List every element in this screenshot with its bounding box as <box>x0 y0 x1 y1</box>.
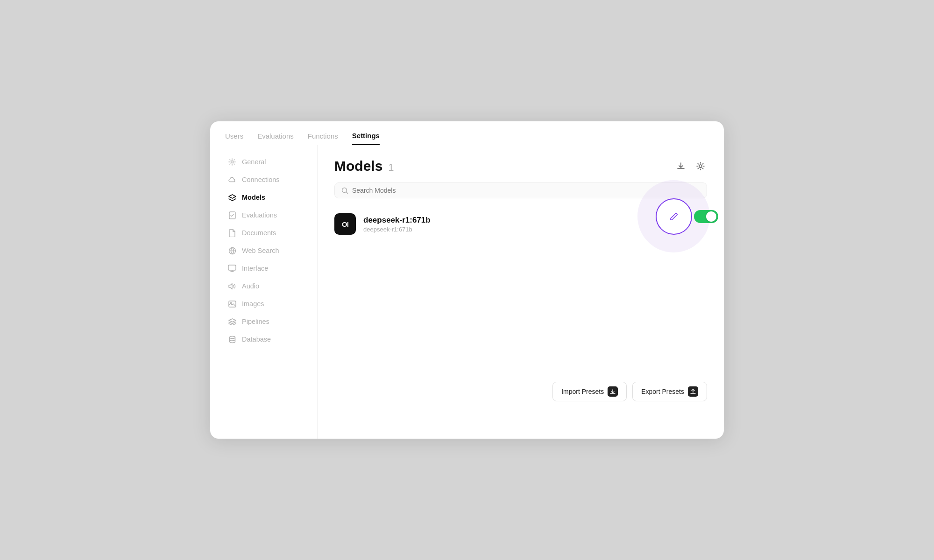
model-logo: OI <box>334 213 356 235</box>
file-icon <box>228 229 236 237</box>
layers-icon <box>228 193 236 202</box>
sidebar-item-images[interactable]: Images <box>221 295 311 312</box>
sidebar: General Connections Mod <box>210 145 318 439</box>
model-actions-area <box>637 180 710 252</box>
download-button[interactable] <box>674 160 687 173</box>
sidebar-item-connections[interactable]: Connections <box>221 171 311 188</box>
content-area: Models 1 <box>318 145 724 439</box>
tab-functions[interactable]: Functions <box>308 132 338 145</box>
sidebar-item-general[interactable]: General <box>221 154 311 170</box>
monitor-icon <box>228 264 236 273</box>
sidebar-item-label-database: Database <box>242 336 271 343</box>
main-layout: General Connections Mod <box>210 145 724 439</box>
tab-evaluations[interactable]: Evaluations <box>257 132 294 145</box>
speaker-icon <box>228 282 236 290</box>
import-icon <box>608 386 618 397</box>
toggle-thumb <box>706 211 716 222</box>
sidebar-item-label-pipelines: Pipelines <box>242 318 269 325</box>
sidebar-item-database[interactable]: Database <box>221 331 311 348</box>
export-icon <box>688 386 698 397</box>
export-presets-button[interactable]: Export Presets <box>632 382 707 401</box>
sidebar-item-models[interactable]: Models <box>221 189 311 206</box>
toggle-track <box>694 210 718 223</box>
top-nav: Users Evaluations Functions Settings <box>210 121 724 145</box>
import-presets-button[interactable]: Import Presets <box>552 382 627 401</box>
gear-icon <box>228 158 236 166</box>
svg-point-0 <box>231 161 234 163</box>
sidebar-item-evaluations[interactable]: Evaluations <box>221 207 311 224</box>
sidebar-item-documents[interactable]: Documents <box>221 224 311 241</box>
settings-button[interactable] <box>694 160 707 173</box>
sidebar-item-label-connections: Connections <box>242 176 280 183</box>
sidebar-item-label-audio: Audio <box>242 282 259 290</box>
sidebar-item-pipelines[interactable]: Pipelines <box>221 313 311 330</box>
cloud-icon <box>228 175 236 184</box>
header-actions <box>674 160 707 173</box>
file-check-icon <box>228 211 236 219</box>
tab-users[interactable]: Users <box>225 132 243 145</box>
export-presets-label: Export Presets <box>641 388 684 395</box>
svg-rect-3 <box>228 265 236 270</box>
search-icon <box>341 187 348 194</box>
sidebar-item-label-interface: Interface <box>242 265 268 272</box>
globe-icon <box>228 246 236 255</box>
sidebar-item-label-evaluations: Evaluations <box>242 211 277 219</box>
sidebar-item-label-documents: Documents <box>242 229 276 237</box>
model-toggle-container[interactable] <box>694 210 718 223</box>
sidebar-item-web-search[interactable]: Web Search <box>221 242 311 259</box>
image-icon <box>228 300 236 308</box>
model-highlight-bg <box>637 180 710 252</box>
database-icon <box>228 335 236 343</box>
edit-button[interactable] <box>656 198 692 235</box>
tab-settings[interactable]: Settings <box>352 132 380 145</box>
svg-point-7 <box>699 165 702 168</box>
preset-buttons: Import Presets Export Presets <box>552 382 707 401</box>
import-presets-label: Import Presets <box>561 388 604 395</box>
pipelines-icon <box>228 317 236 326</box>
sidebar-item-label-web-search: Web Search <box>242 247 279 254</box>
sidebar-item-audio[interactable]: Audio <box>221 278 311 294</box>
svg-point-5 <box>230 302 232 303</box>
app-window: Users Evaluations Functions Settings Gen… <box>210 121 724 439</box>
title-row: Models 1 <box>334 158 394 174</box>
svg-point-6 <box>229 336 235 338</box>
sidebar-item-label-images: Images <box>242 300 264 308</box>
model-count: 1 <box>388 161 394 174</box>
sidebar-item-label-general: General <box>242 158 266 166</box>
page-title: Models <box>334 158 382 174</box>
sidebar-item-interface[interactable]: Interface <box>221 260 311 277</box>
model-enable-toggle[interactable] <box>694 210 718 223</box>
sidebar-item-label-models: Models <box>242 194 265 201</box>
content-header: Models 1 <box>334 158 707 174</box>
